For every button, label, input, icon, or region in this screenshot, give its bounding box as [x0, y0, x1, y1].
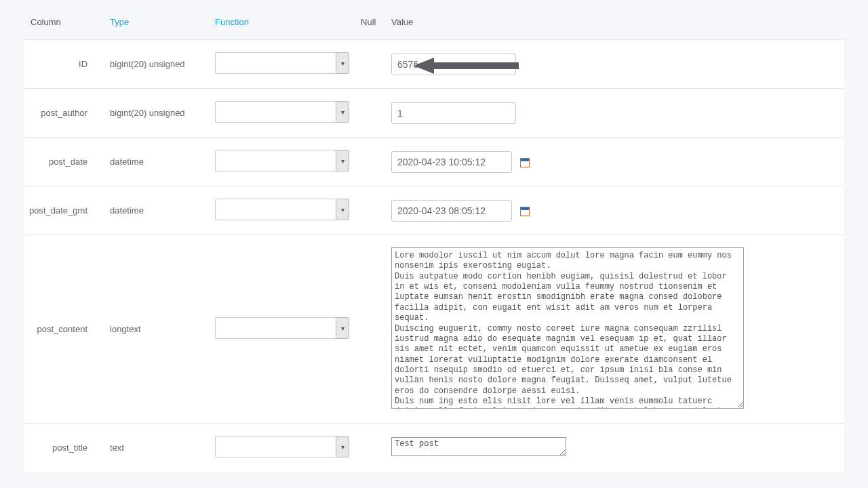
header-column: Column [24, 0, 104, 40]
value-textarea-post-title[interactable] [391, 437, 566, 456]
function-select[interactable]: ▾ [215, 101, 349, 123]
chevron-down-icon: ▾ [336, 150, 349, 171]
calendar-icon[interactable] [520, 158, 530, 167]
function-select[interactable]: ▾ [215, 199, 349, 220]
value-textarea-post-content[interactable] [391, 247, 744, 409]
value-input-post-date[interactable] [391, 151, 512, 173]
chevron-down-icon: ▾ [336, 436, 349, 458]
header-null: Null [355, 0, 386, 40]
chevron-down-icon: ▾ [336, 317, 349, 339]
column-name: post_date [24, 138, 104, 186]
chevron-down-icon: ▾ [336, 52, 349, 74]
db-edit-table: Column Type Function Null Value ID bigin… [24, 0, 844, 472]
function-select[interactable]: ▾ [215, 150, 349, 171]
value-input-post-date-gmt[interactable] [391, 200, 512, 222]
function-select[interactable]: ▾ [215, 317, 349, 339]
header-row: Column Type Function Null Value [24, 0, 844, 40]
column-type: bigint(20) unsigned [104, 40, 210, 89]
page-container: Column Type Function Null Value ID bigin… [0, 0, 868, 472]
value-input-post-author[interactable] [391, 102, 516, 124]
header-type[interactable]: Type [104, 0, 210, 40]
column-name: post_content [24, 235, 104, 424]
column-name: post_author [24, 89, 104, 138]
column-type: longtext [104, 235, 210, 424]
calendar-icon[interactable] [520, 207, 530, 216]
table-row: post_content longtext ▾ [24, 235, 844, 424]
chevron-down-icon: ▾ [336, 199, 349, 220]
function-select[interactable]: ▾ [215, 52, 349, 74]
chevron-down-icon: ▾ [336, 101, 349, 123]
column-type: bigint(20) unsigned [104, 89, 210, 138]
table-row: ID bigint(20) unsigned ▾ [24, 40, 844, 89]
column-name: ID [24, 40, 104, 89]
column-type: datetime [104, 138, 210, 186]
table-row: post_date datetime ▾ [24, 138, 844, 186]
column-name: post_title [24, 424, 104, 472]
column-name: post_date_gmt [24, 186, 104, 235]
table-row: post_date_gmt datetime ▾ [24, 186, 844, 235]
column-type: text [104, 424, 210, 472]
header-value: Value [386, 0, 844, 40]
function-select[interactable]: ▾ [215, 436, 349, 458]
column-type: datetime [104, 186, 210, 235]
header-function[interactable]: Function [210, 0, 355, 40]
value-input-id[interactable] [391, 54, 516, 75]
table-row: post_author bigint(20) unsigned ▾ [24, 89, 844, 138]
table-row: post_title text ▾ [24, 424, 844, 472]
